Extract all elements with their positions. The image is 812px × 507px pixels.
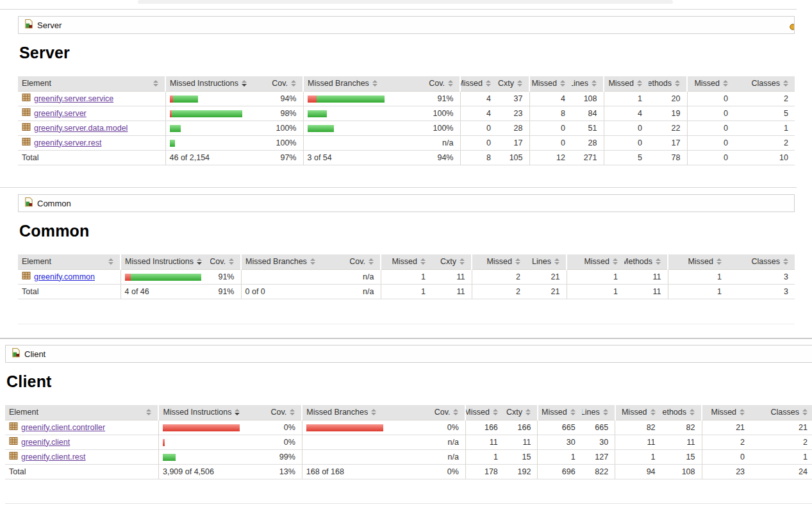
column-header-5[interactable]: Missed: [381, 254, 432, 269]
column-header-12[interactable]: Classes: [734, 76, 795, 91]
package-link[interactable]: greenify.server.service: [34, 94, 113, 103]
column-header-6[interactable]: Cxty: [497, 76, 529, 91]
column-header-11[interactable]: Missed: [687, 76, 734, 91]
instr-covered-bar: [170, 140, 175, 147]
package-link[interactable]: greenify.client.controller: [21, 423, 105, 432]
column-header-8[interactable]: Lines: [527, 254, 567, 269]
column-header-1[interactable]: Missed Instructions: [120, 254, 210, 269]
total-missed-classes-cell: 0: [687, 150, 734, 165]
package-icon: [22, 122, 31, 133]
column-header-label: Lines: [572, 79, 588, 88]
sort-up-icon: [493, 409, 498, 411]
table-row: greenify.server.service94%91%43741081200…: [18, 91, 795, 106]
package-link[interactable]: greenify.common: [34, 272, 95, 281]
top-scroll-strip: [138, 0, 673, 4]
column-header-12[interactable]: Classes: [728, 254, 795, 269]
column-header-0[interactable]: Element: [5, 405, 158, 420]
column-header-7[interactable]: Missed: [538, 405, 582, 420]
sort-up-icon: [740, 409, 745, 411]
column-header-11[interactable]: Missed: [668, 254, 728, 269]
total-classes-cell: 24: [751, 464, 812, 479]
column-header-1[interactable]: Missed Instructions: [158, 405, 269, 420]
breadcrumb[interactable]: Server: [18, 16, 795, 34]
sort-arrows-icon: [554, 258, 559, 265]
column-header-4[interactable]: Cov.: [350, 254, 381, 269]
sort-up-icon: [637, 80, 642, 83]
sort-up-icon: [515, 258, 520, 261]
package-link[interactable]: greenify.server.data.model: [34, 124, 128, 133]
total-missed-lines-cell: 2: [472, 284, 527, 299]
methods-cell: 11: [624, 269, 668, 284]
classes-cell: 1: [734, 121, 795, 135]
group-icon: [24, 19, 33, 31]
column-header-2[interactable]: Cov.: [210, 254, 241, 269]
column-header-10[interactable]: Methods: [624, 254, 668, 269]
session-icon[interactable]: [790, 22, 795, 33]
column-header-9[interactable]: Missed: [604, 76, 649, 91]
sort-up-icon: [420, 258, 426, 261]
column-header-2[interactable]: Cov.: [271, 76, 303, 91]
total-missed-lines-cell: 12: [529, 150, 572, 165]
column-header-10[interactable]: Methods: [649, 76, 687, 91]
instructions-coverage-cell: 91%: [210, 269, 241, 284]
sort-arrows-icon: [229, 258, 234, 265]
column-header-6[interactable]: Cxty: [432, 254, 472, 269]
package-link[interactable]: greenify.server: [34, 109, 87, 118]
sort-down-icon: [603, 413, 608, 415]
branches-coverage-cell: n/a: [432, 435, 465, 449]
sort-up-icon: [146, 409, 151, 411]
column-header-11[interactable]: Missed: [702, 405, 751, 420]
instr-covered-bar: [163, 454, 176, 461]
column-header-3[interactable]: Missed Branches: [302, 405, 432, 420]
column-header-4[interactable]: Cov.: [428, 76, 460, 91]
sort-down-icon: [675, 84, 680, 87]
total-branches-coverage-cell: 0%: [432, 464, 465, 479]
total-branches-coverage-cell: n/a: [350, 284, 381, 299]
column-header-7[interactable]: Missed: [472, 254, 527, 269]
classes-cell: 5: [734, 106, 795, 121]
column-header-7[interactable]: Missed: [529, 76, 572, 91]
column-header-10[interactable]: Methods: [662, 405, 702, 420]
column-header-1[interactable]: Missed Instructions: [165, 76, 271, 91]
column-header-5[interactable]: Missed: [460, 76, 497, 91]
column-header-4[interactable]: Cov.: [432, 405, 465, 420]
sort-arrows-icon: [637, 80, 642, 87]
total-instructions-cell: 46 of 2,154: [165, 150, 271, 165]
section-server: Server Server ElementMissed Instructions…: [18, 16, 795, 165]
sort-up-icon: [783, 258, 788, 261]
missed-methods-cell: 4: [604, 106, 649, 121]
breadcrumb[interactable]: Common: [18, 194, 795, 212]
package-link[interactable]: greenify.server.rest: [34, 138, 101, 147]
column-header-5[interactable]: Missed: [465, 405, 504, 420]
instructions-bar-cell: [158, 435, 269, 449]
instructions-bar-cell: [158, 420, 269, 435]
package-link[interactable]: greenify.client: [21, 438, 70, 447]
column-header-0[interactable]: Element: [18, 76, 165, 91]
column-header-8[interactable]: Lines: [572, 76, 604, 91]
classes-cell: 2: [734, 135, 795, 150]
column-header-9[interactable]: Missed: [615, 405, 662, 420]
sort-down-icon: [290, 413, 295, 415]
column-header-12[interactable]: Classes: [751, 405, 812, 420]
column-header-label: Methods: [624, 257, 652, 266]
column-header-3[interactable]: Missed Branches: [303, 76, 428, 91]
column-header-8[interactable]: Lines: [582, 405, 615, 420]
column-header-label: Missed: [688, 257, 713, 266]
package-link[interactable]: greenify.client.rest: [21, 453, 86, 461]
sort-arrows-icon: [560, 80, 565, 87]
breadcrumb[interactable]: Client: [5, 345, 812, 363]
sort-arrows-icon: [310, 258, 315, 265]
coverage-table: ElementMissed InstructionsCov.Missed Bra…: [18, 76, 795, 165]
total-branches-cell: 0 of 0: [241, 284, 350, 299]
element-cell: greenify.client.rest: [5, 449, 158, 464]
instructions-coverage-cell: 100%: [271, 135, 303, 150]
sort-arrows-icon: [153, 80, 158, 87]
column-header-9[interactable]: Missed: [567, 254, 624, 269]
missed-cxty-cell: 1: [465, 449, 504, 464]
column-header-6[interactable]: Cxty: [504, 405, 538, 420]
column-header-2[interactable]: Cov.: [269, 405, 302, 420]
column-header-3[interactable]: Missed Branches: [241, 254, 350, 269]
column-header-0[interactable]: Element: [18, 254, 120, 269]
missed-classes-cell: 1: [668, 269, 728, 284]
column-header-label: Cxty: [498, 79, 514, 88]
